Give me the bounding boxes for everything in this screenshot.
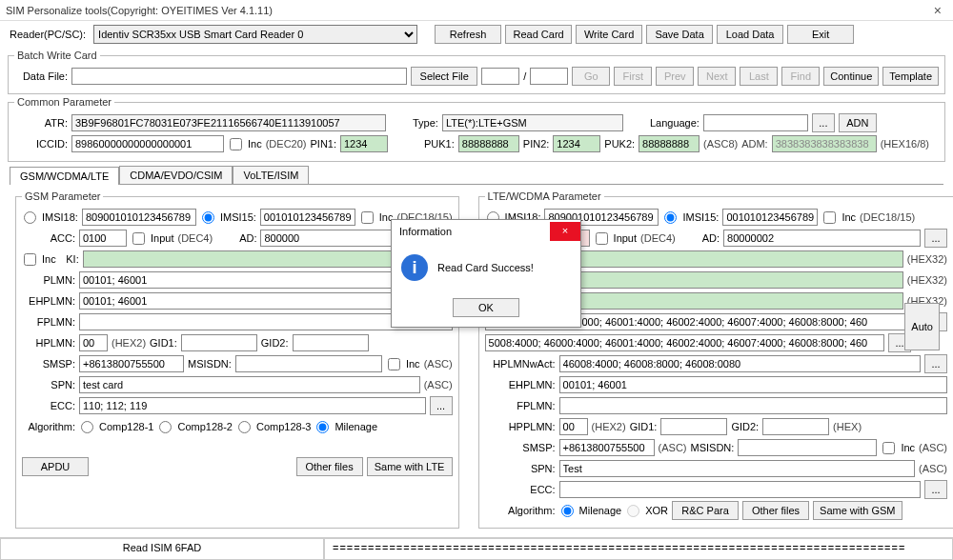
gsm-ecc-dots-button[interactable]: ... xyxy=(430,396,453,415)
find-button[interactable]: Find xyxy=(781,67,820,86)
lte-imsi-inc-check[interactable] xyxy=(823,211,836,224)
adn-button[interactable]: ADN xyxy=(839,113,877,132)
gsm-imsi18-radio[interactable] xyxy=(24,211,36,224)
language-field[interactable] xyxy=(703,114,808,131)
template-button[interactable]: Template xyxy=(882,67,939,86)
tab-volte-isim[interactable]: VoLTE/ISIM xyxy=(233,166,309,184)
lte-smsp-field[interactable] xyxy=(559,439,655,456)
lte-hpplmn-label: HPPLMN: xyxy=(485,421,556,432)
next-button[interactable]: Next xyxy=(698,67,736,86)
gsm-algo-comp1281-radio[interactable] xyxy=(81,421,93,433)
data-file-input[interactable] xyxy=(71,68,407,85)
type-label: Type: xyxy=(413,117,438,129)
batch-total-input[interactable] xyxy=(530,68,568,85)
go-button[interactable]: Go xyxy=(572,67,610,86)
lte-oplmn-field[interactable] xyxy=(485,334,884,351)
gsm-ecc-field[interactable] xyxy=(79,397,426,414)
gsm-imsi15-radio[interactable] xyxy=(202,211,214,224)
lte-hpplmn-field[interactable] xyxy=(559,418,588,435)
gsm-input-check[interactable] xyxy=(132,232,145,245)
dialog-ok-button[interactable]: OK xyxy=(453,298,519,317)
prev-button[interactable]: Prev xyxy=(656,67,694,86)
lte-algo-milenage-radio[interactable] xyxy=(561,505,574,517)
tab-gsm-wcdma-lte[interactable]: GSM/WCDMA/LTE xyxy=(10,167,119,185)
puk2-field[interactable] xyxy=(639,135,700,152)
gsm-algo-milenage-radio[interactable] xyxy=(316,421,329,433)
lte-other-files-button[interactable]: Other files xyxy=(742,501,809,520)
reader-label: Reader(PC/SC): xyxy=(10,29,90,40)
last-button[interactable]: Last xyxy=(740,67,778,86)
gsm-smsp-field[interactable] xyxy=(79,355,184,372)
lte-hplmnwact-dots-button[interactable]: ... xyxy=(924,354,947,373)
gsm-algo-comp1283-radio[interactable] xyxy=(238,421,251,433)
apdu-button[interactable]: APDU xyxy=(22,457,89,476)
gsm-imsi-inc-check[interactable] xyxy=(361,211,374,224)
lte-auto-button[interactable]: Auto xyxy=(904,303,940,350)
adm-field[interactable] xyxy=(772,135,877,152)
iccid-inc-check[interactable] xyxy=(230,138,242,150)
lte-ehplmn-field[interactable] xyxy=(559,376,947,393)
rc-para-button[interactable]: R&C Para xyxy=(672,501,739,520)
gsm-gid2-field[interactable] xyxy=(293,334,369,351)
same-with-lte-button[interactable]: Same with LTE xyxy=(367,457,453,476)
lte-imsi15-field[interactable] xyxy=(722,209,818,226)
gsm-msisdn-field[interactable] xyxy=(235,355,382,372)
iccid-field[interactable] xyxy=(71,135,224,152)
atr-label: ATR: xyxy=(14,117,68,129)
gsm-gid2-label: GID2: xyxy=(261,337,289,349)
write-card-button[interactable]: Write Card xyxy=(576,25,642,44)
gsm-spn-field[interactable] xyxy=(79,376,420,393)
reader-select[interactable]: Identiv SCR35xx USB Smart Card Reader 0 xyxy=(93,25,417,44)
gsm-ecc-label: ECC: xyxy=(22,400,75,411)
gsm-gid1-field[interactable] xyxy=(181,334,257,351)
lte-ad-field[interactable] xyxy=(723,230,921,247)
batch-pos-input[interactable] xyxy=(481,68,519,85)
read-card-button[interactable]: Read Card xyxy=(505,25,572,44)
lte-algo-label: Algorithm: xyxy=(485,505,556,516)
language-dots-button[interactable]: ... xyxy=(812,113,835,132)
lte-ad-dots-button[interactable]: ... xyxy=(924,229,947,248)
status-right: ========================================… xyxy=(324,538,953,560)
continue-button[interactable]: Continue xyxy=(823,67,879,86)
gsm-ki-inc-check[interactable] xyxy=(24,253,36,266)
gsm-imsi18-field[interactable] xyxy=(82,209,196,226)
puk1-field[interactable] xyxy=(458,135,519,152)
window-close-icon[interactable]: × xyxy=(928,3,947,18)
lte-gid1-field[interactable] xyxy=(660,418,727,435)
lte-gid2-field[interactable] xyxy=(762,418,829,435)
lte-msisdn-inc-check[interactable] xyxy=(882,442,895,454)
lte-input-check[interactable] xyxy=(596,232,608,245)
same-with-gsm-button[interactable]: Same with GSM xyxy=(813,501,902,520)
gsm-ki-label: KI: xyxy=(60,253,79,265)
atr-field xyxy=(71,114,386,131)
gsm-other-files-button[interactable]: Other files xyxy=(296,457,363,476)
adm-unit: (HEX16/8) xyxy=(881,138,929,150)
lte-fplmn-field[interactable] xyxy=(559,397,947,414)
gsm-msisdn-inc-check[interactable] xyxy=(388,358,400,370)
pin1-field[interactable] xyxy=(340,135,388,152)
pin2-field[interactable] xyxy=(553,135,600,152)
gsm-algo-comp1282-radio[interactable] xyxy=(159,421,172,433)
dialog-message: Read Card Success! xyxy=(437,262,534,273)
lte-msisdn-field[interactable] xyxy=(738,439,877,456)
refresh-button[interactable]: Refresh xyxy=(435,25,501,44)
lte-ecc-dots-button[interactable]: ... xyxy=(924,480,947,499)
select-file-button[interactable]: Select File xyxy=(411,67,477,86)
load-data-button[interactable]: Load Data xyxy=(717,25,783,44)
exit-button[interactable]: Exit xyxy=(787,25,854,44)
dialog-close-button[interactable]: × xyxy=(550,222,580,241)
lte-hplmnwact-field[interactable] xyxy=(559,355,921,372)
language-label: Language: xyxy=(650,117,700,129)
lte-ecc-field[interactable] xyxy=(559,481,921,498)
tab-cdma-evdo-csim[interactable]: CDMA/EVDO/CSIM xyxy=(119,166,233,184)
lte-imsi15-radio[interactable] xyxy=(664,211,677,224)
save-data-button[interactable]: Save Data xyxy=(646,25,713,44)
gsm-hplmn-field[interactable] xyxy=(79,334,108,351)
lte-gid2-label: GID2: xyxy=(731,421,759,432)
first-button[interactable]: First xyxy=(614,67,652,86)
lte-spn-field[interactable] xyxy=(559,460,915,477)
title-bar: SIM Personalize tools(Copyright: OYEITIM… xyxy=(0,0,953,21)
gsm-imsi15-field[interactable] xyxy=(260,209,355,226)
gsm-acc-field[interactable] xyxy=(79,230,127,247)
gsm-imsi15-label: IMSI15: xyxy=(220,211,256,223)
